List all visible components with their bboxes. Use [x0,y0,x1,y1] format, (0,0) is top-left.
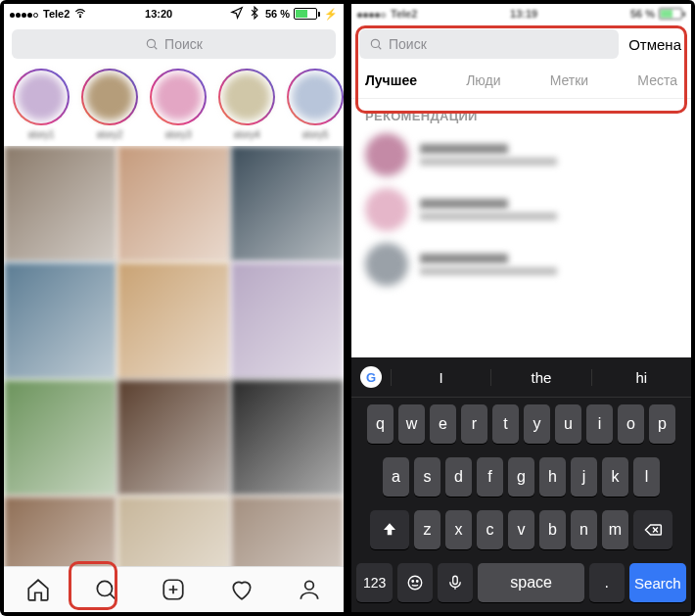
recommendations-header: РЕКОМЕНДАЦИИ [351,99,691,127]
suggestion[interactable]: the [490,369,590,386]
search-tabs: Лучшее Люди Метки Места [351,65,691,99]
key-t[interactable]: t [492,404,519,444]
svg-point-3 [97,581,112,595]
key-m[interactable]: m [602,510,628,549]
tab-top[interactable]: Лучшее [365,72,417,88]
suggestion[interactable]: hi [591,369,691,386]
bottom-tab-bar [4,566,344,612]
svg-point-15 [417,581,419,583]
tab-search[interactable] [86,570,125,609]
wifi-icon [73,6,87,22]
key-a[interactable]: a [383,457,409,497]
recommendations-list [351,127,691,292]
recommendation-item[interactable] [351,237,691,292]
search-icon [369,37,383,51]
story-item[interactable]: story2 [82,69,137,140]
explore-tile[interactable] [231,146,344,261]
tab-tags[interactable]: Метки [550,72,589,88]
key-backspace[interactable] [633,510,672,549]
key-123[interactable]: 123 [356,563,393,602]
key-w[interactable]: w [398,404,425,444]
story-item[interactable]: story3 [151,69,206,140]
tab-people[interactable]: Люди [466,72,500,88]
key-x[interactable]: x [445,510,472,549]
svg-rect-16 [453,576,458,584]
svg-point-9 [371,39,379,47]
key-o[interactable]: o [618,404,644,444]
key-i[interactable]: i [586,404,613,444]
key-q[interactable]: q [367,404,394,444]
tab-add[interactable] [154,570,193,609]
explore-tile[interactable] [231,380,344,496]
svg-line-2 [154,46,157,49]
key-h[interactable]: h [539,457,566,497]
svg-point-0 [80,17,81,18]
suggestion[interactable]: I [391,369,490,386]
key-shift[interactable] [370,510,409,549]
explore-tile[interactable] [4,380,116,496]
svg-point-14 [412,581,414,583]
explore-tile[interactable] [117,262,230,378]
search-placeholder: Поиск [389,36,427,52]
composite-screenshots: Tele2 13:20 56 % ⚡ [0,0,695,616]
story-item[interactable]: story1 [14,69,69,140]
explore-tile[interactable] [4,262,116,378]
key-f[interactable]: f [477,457,503,497]
story-item[interactable]: story5 [288,69,343,140]
key-b[interactable]: b [539,510,566,549]
key-u[interactable]: u [555,404,581,444]
key-c[interactable]: c [477,510,503,549]
key-p[interactable]: p [649,404,675,444]
recommendation-item[interactable] [351,182,691,237]
tab-home[interactable] [19,570,58,609]
search-placeholder: Поиск [164,36,203,52]
key-k[interactable]: k [602,457,628,497]
key-search[interactable]: Search [629,563,686,602]
keyboard: G I the hi qwertyuiop asdfghjkl zxcvbnm … [351,357,691,612]
tab-places[interactable]: Места [637,72,677,88]
charging-icon: ⚡ [324,8,338,21]
search-icon [145,37,159,51]
key-g[interactable]: g [508,457,534,497]
status-bar: Tele2 13:19 56 % [351,4,691,24]
svg-point-1 [147,39,155,47]
key-s[interactable]: s [414,457,440,497]
explore-tile[interactable] [4,146,116,261]
signal-icon [10,8,39,20]
key-emoji[interactable] [397,563,433,602]
tab-activity[interactable] [222,570,261,609]
key-j[interactable]: j [571,457,597,497]
search-input[interactable]: Поиск [12,29,336,59]
key-y[interactable]: y [524,404,550,444]
key-mic[interactable] [438,563,473,602]
key-r[interactable]: r [461,404,487,444]
svg-line-4 [110,593,115,598]
key-z[interactable]: z [414,510,440,549]
clock-label: 13:20 [145,8,172,20]
cancel-button[interactable]: Отмена [626,36,683,53]
explore-grid[interactable] [4,146,344,612]
explore-tile[interactable] [231,262,344,378]
stories-row[interactable]: story1story2story3story4story5 [4,65,344,146]
key-l[interactable]: l [633,457,660,497]
key-e[interactable]: e [430,404,456,444]
search-input[interactable]: Поиск [359,29,619,59]
svg-point-13 [409,576,423,590]
google-icon[interactable]: G [351,366,391,388]
recommendation-item[interactable] [351,127,691,182]
status-bar: Tele2 13:20 56 % ⚡ [4,4,344,24]
suggestion-bar: G I the hi [351,357,691,398]
key-space[interactable]: space [478,563,583,602]
explore-tile[interactable] [117,146,230,261]
key-n[interactable]: n [571,510,597,549]
explore-tile[interactable] [117,380,230,496]
phone-explore: Tele2 13:20 56 % ⚡ [4,4,344,612]
search-row: Поиск Отмена [351,24,691,65]
key-period[interactable]: . [589,563,625,602]
carrier-label: Tele2 [43,8,70,20]
key-v[interactable]: v [508,510,534,549]
tab-profile[interactable] [290,570,329,609]
key-d[interactable]: d [445,457,472,497]
story-item[interactable]: story4 [219,69,274,140]
phone-search-active: Tele2 13:19 56 % Поиск Отмена Лучшее Люд… [351,4,691,612]
